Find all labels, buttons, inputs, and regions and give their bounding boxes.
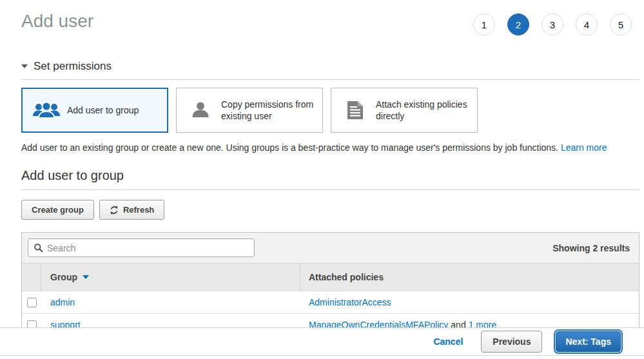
collapse-arrow-icon [21,64,28,68]
option-label: Attach existing policies directly [376,99,471,122]
permissions-description: Add user to an existing group or create … [21,142,639,153]
set-permissions-heading: Set permissions [34,60,112,73]
option-copy-permissions[interactable]: Copy permissions from existing user [176,88,323,133]
group-link[interactable]: admin [50,297,75,307]
column-header-group[interactable]: Group [41,264,300,291]
select-all-cell [22,264,41,291]
previous-button[interactable]: Previous [481,331,542,353]
learn-more-link[interactable]: Learn more [561,142,607,153]
row-checkbox[interactable] [27,298,37,307]
user-icon [186,100,215,121]
refresh-label: Refresh [123,205,154,215]
refresh-button[interactable]: Refresh [99,200,164,220]
page-header: Add user 1 2 3 4 5 [21,0,639,35]
table-header: Group Attached policies [22,263,639,291]
step-3[interactable]: 3 [542,14,563,35]
step-4[interactable]: 4 [576,14,598,35]
group-toolbar: Create group Refresh [21,200,639,220]
group-column-label: Group [50,272,77,282]
column-header-attached-policies: Attached policies [300,264,639,291]
wizard-footer: Cancel Previous Next: Tags [0,327,644,356]
search-box[interactable] [28,238,255,257]
divider [21,189,639,190]
option-add-user-to-group[interactable]: Add user to group [21,88,168,133]
results-count: Showing 2 results [552,243,630,253]
next-tags-button[interactable]: Next: Tags [556,331,621,352]
group-icon [32,101,61,120]
sort-descending-icon [83,275,89,279]
groups-table: Showing 2 results Group Attached policie… [21,232,639,336]
permission-options: Add user to group Copy permissions from … [21,88,639,133]
policy-link[interactable]: AdministratorAccess [309,297,391,307]
step-1[interactable]: 1 [473,14,495,35]
search-icon [34,243,43,253]
option-label: Add user to group [67,104,139,116]
table-search-row: Showing 2 results [22,233,639,263]
step-5[interactable]: 5 [610,14,632,35]
create-group-button[interactable]: Create group [21,200,94,220]
step-2-active[interactable]: 2 [507,14,529,35]
page-title: Add user [21,10,93,32]
search-input[interactable] [47,243,249,253]
document-icon [340,100,370,121]
group-section-title: Add user to group [21,168,639,183]
option-label: Copy permissions from existing user [221,99,316,122]
step-indicator: 1 2 3 4 5 [473,14,632,35]
set-permissions-section-header[interactable]: Set permissions [21,60,639,73]
divider [21,79,639,80]
option-attach-policies[interactable]: Attach existing policies directly [331,88,478,133]
next-button-focus-ring: Next: Tags [554,329,623,354]
cancel-link[interactable]: Cancel [433,336,463,347]
description-text: Add user to an existing group or create … [21,142,558,153]
refresh-icon [110,206,119,215]
table-row: admin AdministratorAccess [22,291,639,313]
